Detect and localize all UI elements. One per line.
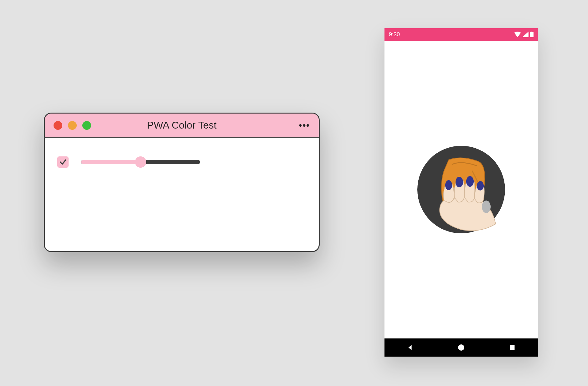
svg-point-7	[482, 201, 491, 213]
back-button[interactable]	[406, 343, 415, 352]
desktop-pwa-window: PWA Color Test •••	[44, 113, 320, 252]
status-icons	[514, 32, 534, 37]
slider-thumb[interactable]	[135, 156, 146, 168]
home-button[interactable]	[457, 343, 466, 352]
accent-slider[interactable]	[81, 156, 200, 168]
battery-icon	[530, 32, 534, 37]
signal-icon	[522, 32, 529, 37]
window-body	[45, 138, 319, 251]
status-time: 9:30	[389, 31, 400, 38]
navigation-bar	[384, 338, 538, 357]
check-icon	[59, 158, 67, 166]
splash-screen	[384, 41, 538, 338]
svg-rect-1	[531, 32, 532, 32]
canvas: PWA Color Test ••• 9:30	[0, 0, 588, 386]
recents-icon	[509, 344, 515, 351]
svg-point-5	[466, 176, 474, 187]
zoom-button[interactable]	[82, 121, 91, 130]
svg-point-4	[456, 177, 463, 187]
window-titlebar[interactable]: PWA Color Test •••	[45, 114, 319, 137]
wifi-icon	[514, 32, 521, 37]
window-menu-button[interactable]: •••	[299, 120, 310, 130]
svg-point-6	[477, 181, 484, 190]
status-bar: 9:30	[384, 28, 538, 41]
svg-point-8	[458, 344, 464, 351]
svg-rect-0	[530, 32, 534, 37]
back-icon	[407, 344, 414, 351]
hand-crushing-can-icon	[414, 143, 508, 236]
svg-point-3	[445, 180, 452, 190]
traffic-lights	[54, 121, 91, 130]
close-button[interactable]	[54, 121, 62, 130]
home-icon	[457, 344, 465, 351]
accent-checkbox[interactable]	[57, 156, 69, 168]
phone-mock: 9:30	[384, 28, 538, 357]
recents-button[interactable]	[508, 343, 517, 352]
minimize-button[interactable]	[68, 121, 77, 130]
svg-rect-9	[510, 345, 515, 350]
slider-fill	[81, 160, 141, 164]
